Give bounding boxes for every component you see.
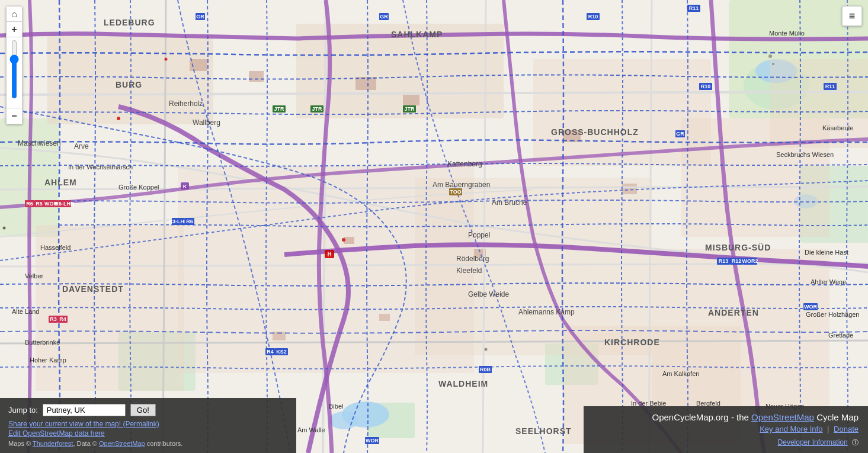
svg-text:JTR: JTR <box>312 106 322 112</box>
zoom-in-button[interactable]: + <box>7 22 22 37</box>
site-title-prefix: OpenCycleMap.org - the <box>652 412 751 422</box>
donate-link[interactable]: Donate <box>834 425 859 433</box>
svg-point-98 <box>768 54 772 58</box>
svg-rect-21 <box>770 59 868 148</box>
svg-text:R10: R10 <box>588 14 598 20</box>
svg-rect-31 <box>379 314 390 321</box>
attribution-text: Maps © Thunderforest, Data © OpenStreetM… <box>8 440 288 447</box>
svg-text:R13: R13 <box>719 258 729 264</box>
osm-attribution-link[interactable]: OpenStreetMap <box>99 440 145 447</box>
svg-text:R4: R4 <box>267 349 274 355</box>
svg-rect-23 <box>249 71 264 82</box>
developer-info-link[interactable]: Developer Information <box>778 438 848 446</box>
zoom-home-button[interactable]: ⌂ <box>7 7 22 22</box>
svg-point-99 <box>772 63 774 65</box>
svg-text:GR: GR <box>676 131 684 137</box>
jump-to-go-button[interactable]: Go! <box>130 404 156 416</box>
zoom-controls: ⌂ + − <box>6 6 23 124</box>
bottom-right-panel: OpenCycleMap.org - the OpenStreetMap Cyc… <box>584 406 868 453</box>
bottom-left-panel: Jump to: Go! Share your current view of … <box>0 398 296 453</box>
svg-point-94 <box>117 117 120 120</box>
svg-text:R11: R11 <box>825 83 835 89</box>
svg-text:JTR: JTR <box>274 106 284 112</box>
svg-text:GR: GR <box>196 14 204 20</box>
key-and-more-link[interactable]: Key and More Info <box>760 425 822 433</box>
svg-text:R5: R5 <box>36 201 43 207</box>
developer-info-row: Developer Information Ⓣ <box>593 438 859 447</box>
svg-rect-25 <box>403 95 419 105</box>
osm-main-link[interactable]: OpenStreetMap <box>751 412 814 422</box>
svg-text:KS2: KS2 <box>276 349 287 355</box>
svg-point-96 <box>342 238 345 242</box>
svg-text:GR: GR <box>380 14 388 20</box>
svg-text:R10: R10 <box>701 83 711 89</box>
zoom-slider-container <box>7 37 22 108</box>
site-title-suffix: Cycle Map <box>814 412 859 422</box>
permalink-link[interactable]: Share your current view of the map! (Per… <box>8 420 288 428</box>
thunderforest-link[interactable]: Thunderforest <box>33 440 73 447</box>
svg-point-9 <box>329 412 358 429</box>
svg-text:TOO: TOO <box>450 189 461 195</box>
edit-osm-link[interactable]: Edit OpenStreetMap data here <box>8 429 288 438</box>
svg-rect-24 <box>355 77 376 90</box>
jump-to-row: Jump to: Go! <box>8 404 288 416</box>
map-container[interactable]: GR GR R10 R10 GR R6 R5 WOR R6-LHR R3-LHR… <box>0 0 868 453</box>
svg-text:R11: R11 <box>689 5 699 11</box>
zoom-out-button[interactable]: − <box>7 108 22 124</box>
jump-to-input[interactable] <box>43 404 126 416</box>
svg-text:H: H <box>327 251 331 258</box>
svg-text:K: K <box>183 184 187 189</box>
svg-text:R0B: R0B <box>480 367 491 372</box>
developer-icon: Ⓣ <box>852 439 859 446</box>
svg-point-100 <box>3 227 6 230</box>
svg-text:WOR: WOR <box>804 304 817 310</box>
layers-button[interactable]: ≡ <box>842 6 862 26</box>
site-title: OpenCycleMap.org - the OpenStreetMap Cyc… <box>593 412 859 422</box>
svg-text:JTR: JTR <box>404 106 415 112</box>
svg-text:R12: R12 <box>732 258 742 264</box>
link-separator: | <box>827 425 829 433</box>
svg-point-97 <box>485 348 488 351</box>
svg-text:WOR2: WOR2 <box>742 258 758 264</box>
svg-text:R4: R4 <box>59 316 66 322</box>
svg-text:R3: R3 <box>50 316 57 322</box>
svg-text:R6: R6 <box>26 201 33 207</box>
svg-point-95 <box>165 58 168 61</box>
svg-text:R6-LHR: R6-LHR <box>55 201 75 207</box>
zoom-slider[interactable] <box>9 40 20 99</box>
svg-text:R6: R6 <box>186 219 193 224</box>
svg-rect-27 <box>622 184 637 194</box>
jump-to-label: Jump to: <box>8 406 38 415</box>
svg-text:WOR: WOR <box>366 438 379 444</box>
links-row: Key and More Info | Donate <box>593 425 859 433</box>
